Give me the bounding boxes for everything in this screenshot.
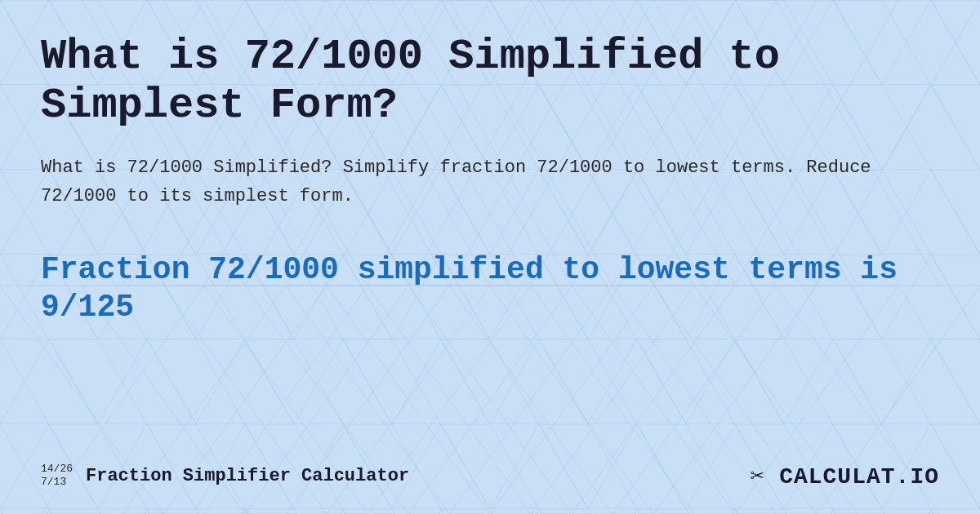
main-section: What is 72/1000 Simplified to Simplest F…	[41, 33, 939, 454]
main-content: What is 72/1000 Simplified to Simplest F…	[0, 0, 980, 514]
fraction-top: 14/26	[41, 463, 73, 476]
footer-label: Fraction Simplifier Calculator	[86, 466, 409, 486]
result-section: Fraction 72/1000 simplified to lowest te…	[41, 251, 939, 326]
logo-area: ✂ CALCULAT.IO	[751, 462, 940, 490]
logo-text: ✂ CALCULAT.IO	[751, 462, 940, 490]
description-text: What is 72/1000 Simplified? Simplify fra…	[41, 153, 939, 210]
footer-fractions: 14/26 7/13	[41, 463, 73, 488]
fraction-bottom: 7/13	[41, 476, 66, 489]
result-text: Fraction 72/1000 simplified to lowest te…	[41, 251, 939, 326]
page-title: What is 72/1000 Simplified to Simplest F…	[41, 33, 939, 131]
footer: 14/26 7/13 Fraction Simplifier Calculato…	[41, 454, 939, 490]
